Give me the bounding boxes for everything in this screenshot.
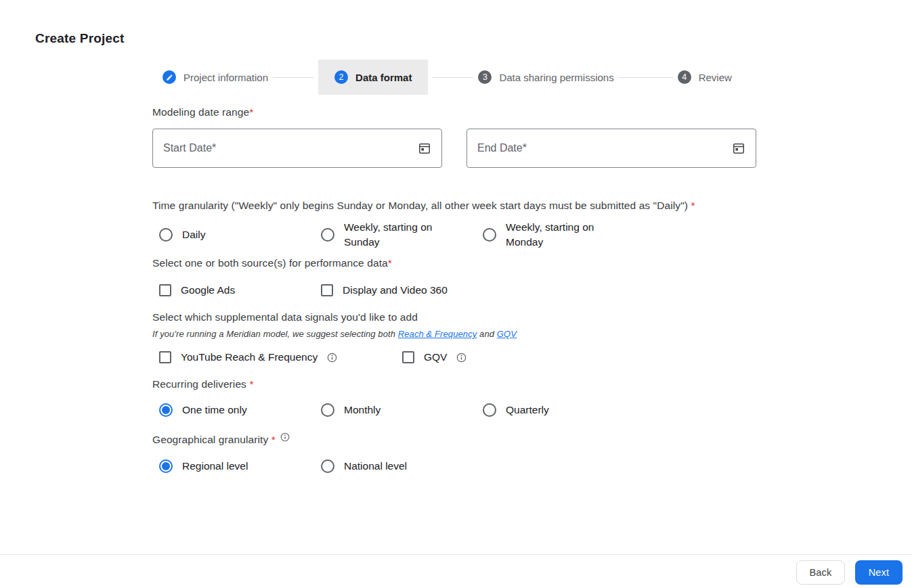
step-data-sharing-permissions[interactable]: 3 Data sharing permissions: [478, 70, 613, 84]
radio-weekly-sunday-label: Weekly, starting on Sunday: [344, 220, 452, 250]
stepper-connector: [619, 77, 673, 78]
supplemental-signals-options: YouTube Reach & Frequency GQV: [152, 350, 762, 365]
radio-regional-level-label: Regional level: [182, 459, 248, 474]
gqv-info-icon[interactable]: [456, 353, 466, 363]
youtube-reach-frequency-info-icon[interactable]: [327, 353, 337, 363]
required-asterisk: *: [691, 200, 695, 211]
calendar-icon: [418, 141, 431, 155]
radio-national-level[interactable]: [321, 459, 334, 473]
required-asterisk: *: [388, 257, 392, 269]
checkbox-gqv-label: GQV: [424, 350, 447, 365]
radio-option-monthly[interactable]: Monthly: [321, 403, 483, 417]
checkbox-option-google-ads[interactable]: Google Ads: [159, 283, 321, 298]
step-1-label: Project information: [183, 72, 268, 83]
time-granularity-options: Daily Weekly, starting on Sunday Weekly,…: [152, 220, 762, 250]
calendar-icon: [732, 141, 745, 155]
checkbox-display-video-360[interactable]: [321, 284, 333, 296]
radio-weekly-monday[interactable]: [483, 228, 496, 242]
back-button[interactable]: Back: [796, 560, 845, 585]
reach-frequency-link[interactable]: Reach & Frequency: [398, 329, 477, 339]
radio-option-quarterly[interactable]: Quarterly: [483, 403, 645, 417]
step-1-circle: [162, 70, 176, 84]
end-date-field[interactable]: [466, 129, 756, 168]
step-3-circle: 3: [478, 70, 492, 84]
radio-quarterly[interactable]: [483, 403, 496, 417]
stepper-connector: [433, 77, 473, 78]
checkbox-option-youtube-reach-frequency[interactable]: YouTube Reach & Frequency: [159, 350, 402, 365]
supplemental-signals-hint: If you're running a Meridian model, we s…: [152, 329, 762, 339]
radio-monthly[interactable]: [321, 403, 334, 417]
step-4-circle: 4: [678, 70, 691, 84]
checkbox-gqv[interactable]: [402, 351, 414, 363]
recurring-deliveries-label: Recurring deliveries *: [152, 378, 762, 390]
start-date-input[interactable]: [153, 129, 441, 167]
radio-weekly-sunday[interactable]: [321, 228, 334, 242]
radio-daily[interactable]: [159, 228, 173, 242]
start-date-field[interactable]: [152, 129, 442, 168]
checkbox-option-gqv[interactable]: GQV: [402, 350, 564, 365]
step-review[interactable]: 4 Review: [678, 70, 732, 84]
stepper: Project information 2 Data format 3 Data…: [162, 60, 732, 95]
geographical-granularity-info-icon[interactable]: [280, 432, 290, 442]
radio-daily-label: Daily: [182, 227, 205, 242]
checkbox-google-ads[interactable]: [159, 284, 171, 296]
radio-option-national-level[interactable]: National level: [321, 459, 483, 474]
performance-sources-options: Google Ads Display and Video 360: [152, 283, 762, 298]
radio-weekly-monday-label: Weekly, starting on Monday: [506, 220, 614, 250]
radio-option-regional-level[interactable]: Regional level: [159, 459, 321, 474]
gqv-link[interactable]: GQV: [497, 329, 517, 339]
next-button[interactable]: Next: [855, 560, 903, 585]
radio-regional-level[interactable]: [159, 459, 173, 473]
step-2-label: Data format: [355, 72, 412, 83]
performance-sources-label: Select one or both source(s) for perform…: [152, 257, 762, 269]
time-granularity-label: Time granularity ("Weekly" only begins S…: [152, 196, 758, 214]
geographical-granularity-options: Regional level National level: [152, 459, 762, 474]
supplemental-signals-label: Select which supplemental data signals y…: [152, 311, 762, 323]
radio-option-weekly-monday[interactable]: Weekly, starting on Monday: [483, 220, 645, 250]
checkbox-youtube-reach-frequency[interactable]: [159, 351, 171, 363]
required-asterisk: *: [272, 434, 276, 445]
stepper-connector: [273, 77, 313, 78]
checkbox-display-video-360-label: Display and Video 360: [343, 283, 448, 298]
create-project-screen: Create Project Project information 2 Dat…: [0, 0, 912, 588]
radio-national-level-label: National level: [344, 459, 407, 474]
radio-quarterly-label: Quarterly: [506, 403, 549, 417]
radio-option-one-time-only[interactable]: One time only: [159, 403, 321, 417]
radio-option-daily[interactable]: Daily: [159, 227, 321, 242]
data-format-form: Modeling date range* Time granul: [152, 100, 762, 474]
end-date-input[interactable]: [467, 129, 756, 167]
required-asterisk: *: [249, 378, 253, 390]
checkbox-option-display-video-360[interactable]: Display and Video 360: [321, 283, 483, 298]
wizard-footer: Back Next: [0, 554, 912, 588]
step-3-label: Data sharing permissions: [499, 72, 613, 83]
step-data-format[interactable]: 2 Data format: [318, 60, 428, 95]
step-4-label: Review: [699, 72, 732, 83]
checkbox-google-ads-label: Google Ads: [181, 283, 235, 298]
end-date-calendar-button[interactable]: [729, 138, 749, 158]
edit-icon: [166, 74, 173, 81]
required-asterisk: *: [249, 106, 253, 118]
checkbox-youtube-reach-frequency-label: YouTube Reach & Frequency: [181, 350, 318, 365]
radio-one-time-only[interactable]: [159, 403, 173, 417]
geographical-granularity-label: Geographical granularity *: [152, 432, 762, 446]
radio-option-weekly-sunday[interactable]: Weekly, starting on Sunday: [321, 220, 483, 250]
radio-monthly-label: Monthly: [344, 403, 381, 417]
radio-one-time-only-label: One time only: [182, 403, 247, 417]
start-date-calendar-button[interactable]: [414, 138, 435, 158]
step-2-circle: 2: [334, 70, 348, 84]
recurring-deliveries-options: One time only Monthly Quarterly: [152, 403, 762, 417]
page-title: Create Project: [35, 31, 125, 46]
step-project-information[interactable]: Project information: [162, 70, 268, 84]
modeling-date-range-label: Modeling date range*: [152, 106, 762, 118]
date-range-row: [152, 129, 762, 168]
